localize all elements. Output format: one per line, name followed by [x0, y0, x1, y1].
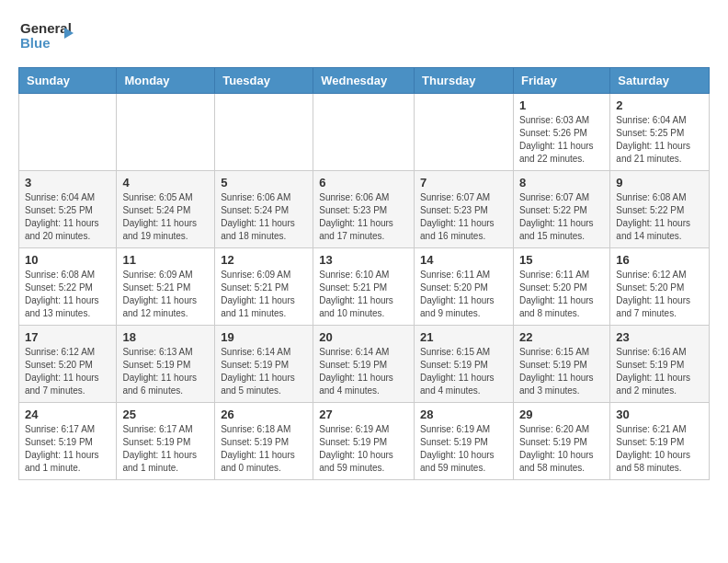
- day-number: 10: [25, 253, 110, 267]
- calendar-table: SundayMondayTuesdayWednesdayThursdayFrid…: [18, 67, 710, 480]
- calendar-cell: 22Sunrise: 6:15 AM Sunset: 5:19 PM Dayli…: [513, 326, 609, 403]
- day-number: 11: [122, 253, 209, 267]
- day-number: 15: [519, 253, 604, 267]
- header-saturday: Saturday: [610, 68, 710, 94]
- calendar-cell: [117, 94, 215, 171]
- header-friday: Friday: [513, 68, 609, 94]
- calendar-cell: 17Sunrise: 6:12 AM Sunset: 5:20 PM Dayli…: [19, 326, 117, 403]
- week-row-3: 10Sunrise: 6:08 AM Sunset: 5:22 PM Dayli…: [19, 248, 710, 326]
- day-info: Sunrise: 6:12 AM Sunset: 5:20 PM Dayligh…: [25, 346, 110, 397]
- calendar-cell: 12Sunrise: 6:09 AM Sunset: 5:21 PM Dayli…: [215, 248, 313, 326]
- day-info: Sunrise: 6:11 AM Sunset: 5:20 PM Dayligh…: [420, 269, 507, 320]
- week-row-2: 3Sunrise: 6:04 AM Sunset: 5:25 PM Daylig…: [19, 171, 710, 248]
- day-info: Sunrise: 6:11 AM Sunset: 5:20 PM Dayligh…: [519, 269, 604, 320]
- calendar-cell: 21Sunrise: 6:15 AM Sunset: 5:19 PM Dayli…: [415, 326, 514, 403]
- header: General Blue: [18, 15, 710, 60]
- day-info: Sunrise: 6:10 AM Sunset: 5:21 PM Dayligh…: [319, 269, 408, 320]
- week-row-1: 1Sunrise: 6:03 AM Sunset: 5:26 PM Daylig…: [19, 94, 710, 171]
- header-tuesday: Tuesday: [215, 68, 313, 94]
- header-monday: Monday: [117, 68, 215, 94]
- calendar-cell: 15Sunrise: 6:11 AM Sunset: 5:20 PM Dayli…: [513, 248, 609, 326]
- day-number: 28: [420, 408, 507, 421]
- day-info: Sunrise: 6:04 AM Sunset: 5:25 PM Dayligh…: [616, 114, 703, 166]
- week-row-4: 17Sunrise: 6:12 AM Sunset: 5:20 PM Dayli…: [19, 326, 710, 403]
- calendar-cell: [19, 94, 117, 171]
- day-info: Sunrise: 6:09 AM Sunset: 5:21 PM Dayligh…: [221, 269, 307, 320]
- svg-text:Blue: Blue: [20, 35, 51, 51]
- day-number: 19: [221, 330, 307, 344]
- calendar-header-row: SundayMondayTuesdayWednesdayThursdayFrid…: [19, 68, 710, 94]
- day-number: 14: [420, 253, 507, 267]
- day-number: 7: [420, 176, 507, 190]
- day-info: Sunrise: 6:07 AM Sunset: 5:22 PM Dayligh…: [519, 191, 604, 243]
- calendar-cell: 14Sunrise: 6:11 AM Sunset: 5:20 PM Dayli…: [415, 248, 514, 326]
- day-info: Sunrise: 6:13 AM Sunset: 5:19 PM Dayligh…: [122, 346, 209, 397]
- day-number: 9: [616, 176, 703, 190]
- calendar-cell: [415, 94, 514, 171]
- day-info: Sunrise: 6:15 AM Sunset: 5:19 PM Dayligh…: [420, 346, 507, 397]
- day-number: 23: [616, 330, 703, 344]
- day-info: Sunrise: 6:08 AM Sunset: 5:22 PM Dayligh…: [25, 269, 110, 320]
- day-number: 4: [122, 176, 209, 190]
- calendar-cell: 1Sunrise: 6:03 AM Sunset: 5:26 PM Daylig…: [513, 94, 609, 171]
- svg-text:General: General: [20, 20, 72, 36]
- calendar-cell: 11Sunrise: 6:09 AM Sunset: 5:21 PM Dayli…: [117, 248, 215, 326]
- day-info: Sunrise: 6:18 AM Sunset: 5:19 PM Dayligh…: [221, 423, 307, 475]
- day-info: Sunrise: 6:14 AM Sunset: 5:19 PM Dayligh…: [319, 346, 408, 397]
- calendar-cell: 8Sunrise: 6:07 AM Sunset: 5:22 PM Daylig…: [513, 171, 609, 248]
- day-number: 25: [122, 408, 209, 421]
- day-info: Sunrise: 6:17 AM Sunset: 5:19 PM Dayligh…: [25, 423, 110, 475]
- day-number: 26: [221, 408, 307, 421]
- day-info: Sunrise: 6:14 AM Sunset: 5:19 PM Dayligh…: [221, 346, 307, 397]
- calendar-cell: 7Sunrise: 6:07 AM Sunset: 5:23 PM Daylig…: [415, 171, 514, 248]
- day-info: Sunrise: 6:09 AM Sunset: 5:21 PM Dayligh…: [122, 269, 209, 320]
- day-number: 20: [319, 330, 408, 344]
- day-info: Sunrise: 6:03 AM Sunset: 5:26 PM Dayligh…: [519, 114, 604, 166]
- calendar-cell: 6Sunrise: 6:06 AM Sunset: 5:23 PM Daylig…: [313, 171, 415, 248]
- day-info: Sunrise: 6:21 AM Sunset: 5:19 PM Dayligh…: [616, 423, 703, 475]
- day-info: Sunrise: 6:20 AM Sunset: 5:19 PM Dayligh…: [519, 423, 604, 475]
- logo-icon: General Blue: [18, 15, 74, 56]
- calendar-cell: 4Sunrise: 6:05 AM Sunset: 5:24 PM Daylig…: [117, 171, 215, 248]
- logo: General Blue: [18, 15, 74, 60]
- day-number: 27: [319, 408, 408, 421]
- calendar-cell: 3Sunrise: 6:04 AM Sunset: 5:25 PM Daylig…: [19, 171, 117, 248]
- day-number: 22: [519, 330, 604, 344]
- calendar-cell: 26Sunrise: 6:18 AM Sunset: 5:19 PM Dayli…: [215, 403, 313, 480]
- day-number: 6: [319, 176, 408, 190]
- day-number: 3: [25, 176, 110, 190]
- header-wednesday: Wednesday: [313, 68, 415, 94]
- day-number: 12: [221, 253, 307, 267]
- calendar-cell: 27Sunrise: 6:19 AM Sunset: 5:19 PM Dayli…: [313, 403, 415, 480]
- day-number: 13: [319, 253, 408, 267]
- day-info: Sunrise: 6:19 AM Sunset: 5:19 PM Dayligh…: [319, 423, 408, 475]
- day-info: Sunrise: 6:12 AM Sunset: 5:20 PM Dayligh…: [616, 269, 703, 320]
- day-number: 16: [616, 253, 703, 267]
- calendar-cell: 18Sunrise: 6:13 AM Sunset: 5:19 PM Dayli…: [117, 326, 215, 403]
- calendar-cell: 23Sunrise: 6:16 AM Sunset: 5:19 PM Dayli…: [610, 326, 710, 403]
- calendar-cell: 13Sunrise: 6:10 AM Sunset: 5:21 PM Dayli…: [313, 248, 415, 326]
- calendar-cell: 5Sunrise: 6:06 AM Sunset: 5:24 PM Daylig…: [215, 171, 313, 248]
- day-info: Sunrise: 6:16 AM Sunset: 5:19 PM Dayligh…: [616, 346, 703, 397]
- calendar-cell: 30Sunrise: 6:21 AM Sunset: 5:19 PM Dayli…: [610, 403, 710, 480]
- day-info: Sunrise: 6:15 AM Sunset: 5:19 PM Dayligh…: [519, 346, 604, 397]
- day-number: 18: [122, 330, 209, 344]
- day-number: 5: [221, 176, 307, 190]
- day-info: Sunrise: 6:05 AM Sunset: 5:24 PM Dayligh…: [122, 191, 209, 243]
- calendar-cell: 24Sunrise: 6:17 AM Sunset: 5:19 PM Dayli…: [19, 403, 117, 480]
- day-number: 2: [616, 98, 703, 112]
- day-number: 1: [519, 98, 604, 112]
- week-row-5: 24Sunrise: 6:17 AM Sunset: 5:19 PM Dayli…: [19, 403, 710, 480]
- day-number: 29: [519, 408, 604, 421]
- calendar-cell: [215, 94, 313, 171]
- calendar-cell: [313, 94, 415, 171]
- day-info: Sunrise: 6:07 AM Sunset: 5:23 PM Dayligh…: [420, 191, 507, 243]
- header-sunday: Sunday: [19, 68, 117, 94]
- header-thursday: Thursday: [415, 68, 514, 94]
- day-info: Sunrise: 6:06 AM Sunset: 5:24 PM Dayligh…: [221, 191, 307, 243]
- day-info: Sunrise: 6:17 AM Sunset: 5:19 PM Dayligh…: [122, 423, 209, 475]
- calendar-cell: 2Sunrise: 6:04 AM Sunset: 5:25 PM Daylig…: [610, 94, 710, 171]
- calendar-cell: 20Sunrise: 6:14 AM Sunset: 5:19 PM Dayli…: [313, 326, 415, 403]
- day-info: Sunrise: 6:19 AM Sunset: 5:19 PM Dayligh…: [420, 423, 507, 475]
- day-number: 17: [25, 330, 110, 344]
